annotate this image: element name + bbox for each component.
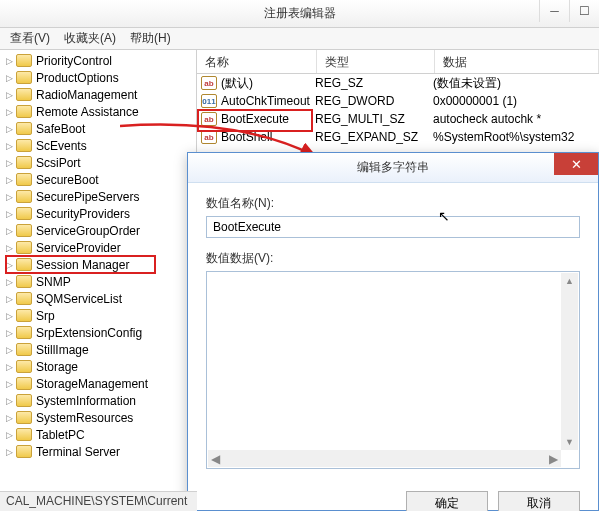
tree-item[interactable]: ▷PriorityControl [0, 52, 196, 69]
scrollbar-vertical[interactable]: ▲▼ [561, 273, 578, 450]
tree-item-label: SNMP [36, 275, 71, 289]
tree-item[interactable]: ▷StillImage [0, 341, 196, 358]
tree-item[interactable]: ▷RadioManagement [0, 86, 196, 103]
tree-item[interactable]: ▷Srp [0, 307, 196, 324]
tree-item[interactable]: ▷ServiceGroupOrder [0, 222, 196, 239]
expand-icon[interactable]: ▷ [6, 209, 16, 219]
value-name-input[interactable] [206, 216, 580, 238]
folder-icon [16, 377, 32, 390]
folder-icon [16, 326, 32, 339]
tree-item[interactable]: ▷ServiceProvider [0, 239, 196, 256]
expand-icon[interactable]: ▷ [6, 90, 16, 100]
cell-name: AutoChkTimeout [221, 94, 315, 108]
tree-item-label: SecurePipeServers [36, 190, 139, 204]
folder-icon [16, 411, 32, 424]
folder-icon [16, 309, 32, 322]
folder-icon [16, 54, 32, 67]
tree-item[interactable]: ▷Storage [0, 358, 196, 375]
header-type[interactable]: 类型 [317, 50, 435, 73]
expand-icon[interactable]: ▷ [6, 124, 16, 134]
value-data-textarea[interactable]: ▲▼ ◀▶ [206, 271, 580, 469]
folder-icon [16, 241, 32, 254]
tree-item[interactable]: ▷SafeBoot [0, 120, 196, 137]
expand-icon[interactable]: ▷ [6, 192, 16, 202]
expand-icon[interactable]: ▷ [6, 447, 16, 457]
tree-item-label: Remote Assistance [36, 105, 139, 119]
expand-icon[interactable]: ▷ [6, 311, 16, 321]
cell-name: (默认) [221, 75, 315, 92]
menu-help[interactable]: 帮助(H) [130, 30, 171, 47]
folder-icon [16, 445, 32, 458]
tree-item-label: PriorityControl [36, 54, 112, 68]
expand-icon[interactable]: ▷ [6, 413, 16, 423]
tree-item-label: SafeBoot [36, 122, 85, 136]
close-icon[interactable]: ✕ [554, 153, 598, 175]
tree-item[interactable]: ▷Session Manager [0, 256, 196, 273]
menu-favorites[interactable]: 收藏夹(A) [64, 30, 116, 47]
tree-item-label: SrpExtensionConfig [36, 326, 142, 340]
list-row[interactable]: abBootShellREG_EXPAND_SZ%SystemRoot%\sys… [197, 128, 599, 146]
scrollbar-horizontal[interactable]: ◀▶ [208, 450, 561, 467]
folder-icon [16, 292, 32, 305]
expand-icon[interactable]: ▷ [6, 243, 16, 253]
list-row[interactable]: 011AutoChkTimeoutREG_DWORD0x00000001 (1) [197, 92, 599, 110]
expand-icon[interactable]: ▷ [6, 396, 16, 406]
tree-item[interactable]: ▷ScsiPort [0, 154, 196, 171]
expand-icon[interactable]: ▷ [6, 73, 16, 83]
expand-icon[interactable]: ▷ [6, 345, 16, 355]
tree-item[interactable]: ▷SecurityProviders [0, 205, 196, 222]
tree-item[interactable]: ▷Remote Assistance [0, 103, 196, 120]
folder-icon [16, 139, 32, 152]
cancel-button[interactable]: 取消 [498, 491, 580, 511]
tree-item-label: ServiceGroupOrder [36, 224, 140, 238]
tree-item-label: SQMServiceList [36, 292, 122, 306]
tree-item-label: StorageManagement [36, 377, 148, 391]
tree-item[interactable]: ▷TabletPC [0, 426, 196, 443]
menu-view[interactable]: 查看(V) [10, 30, 50, 47]
list-row[interactable]: ab(默认)REG_SZ(数值未设置) [197, 74, 599, 92]
tree-item[interactable]: ▷SecurePipeServers [0, 188, 196, 205]
tree-item-label: RadioManagement [36, 88, 137, 102]
expand-icon[interactable]: ▷ [6, 141, 16, 151]
tree-item-label: Terminal Server [36, 445, 120, 459]
cell-data: 0x00000001 (1) [433, 94, 517, 108]
expand-icon[interactable]: ▷ [6, 362, 16, 372]
tree-item[interactable]: ▷SQMServiceList [0, 290, 196, 307]
header-name[interactable]: 名称 [197, 50, 317, 73]
tree-item[interactable]: ▷SrpExtensionConfig [0, 324, 196, 341]
expand-icon[interactable]: ▷ [6, 56, 16, 66]
tree-item[interactable]: ▷SNMP [0, 273, 196, 290]
tree-item[interactable]: ▷SystemInformation [0, 392, 196, 409]
tree-item[interactable]: ▷ScEvents [0, 137, 196, 154]
expand-icon[interactable]: ▷ [6, 379, 16, 389]
cell-data: (数值未设置) [433, 75, 501, 92]
expand-icon[interactable]: ▷ [6, 226, 16, 236]
maximize-button[interactable]: ☐ [569, 0, 599, 22]
list-row[interactable]: abBootExecuteREG_MULTI_SZautocheck autoc… [197, 110, 599, 128]
tree-item-label: ScsiPort [36, 156, 81, 170]
minimize-button[interactable]: ─ [539, 0, 569, 22]
tree-item[interactable]: ▷StorageManagement [0, 375, 196, 392]
header-data[interactable]: 数据 [435, 50, 599, 73]
expand-icon[interactable]: ▷ [6, 107, 16, 117]
expand-icon[interactable]: ▷ [6, 277, 16, 287]
tree-item[interactable]: ▷SystemResources [0, 409, 196, 426]
expand-icon[interactable]: ▷ [6, 175, 16, 185]
registry-tree[interactable]: ▷PriorityControl▷ProductOptions▷RadioMan… [0, 50, 197, 491]
expand-icon[interactable]: ▷ [6, 328, 16, 338]
edit-multistring-dialog: 编辑多字符串 ✕ 数值名称(N): 数值数据(V): ▲▼ ◀▶ 确定 取消 [187, 152, 599, 511]
tree-item-label: StillImage [36, 343, 89, 357]
tree-item[interactable]: ▷Terminal Server [0, 443, 196, 460]
expand-icon[interactable]: ▷ [6, 158, 16, 168]
expand-icon[interactable]: ▷ [6, 430, 16, 440]
tree-item[interactable]: ▷SecureBoot [0, 171, 196, 188]
expand-icon[interactable]: ▷ [6, 260, 16, 270]
tree-item[interactable]: ▷ProductOptions [0, 69, 196, 86]
expand-icon[interactable]: ▷ [6, 294, 16, 304]
folder-icon [16, 122, 32, 135]
folder-icon [16, 156, 32, 169]
cell-name: BootShell [221, 130, 315, 144]
tree-item-label: ProductOptions [36, 71, 119, 85]
ok-button[interactable]: 确定 [406, 491, 488, 511]
window-title: 注册表编辑器 [264, 5, 336, 22]
